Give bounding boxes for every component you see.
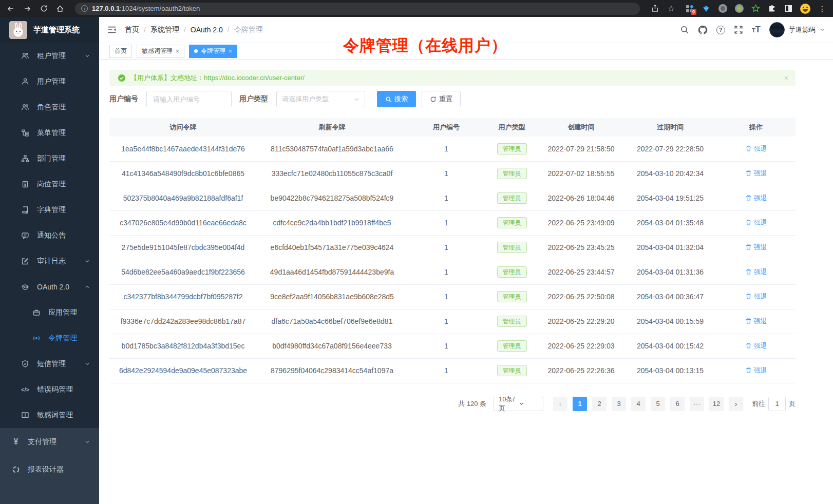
user-type-badge: 管理员 (497, 217, 527, 228)
sidebar-item-sms[interactable]: 短信管理 (0, 351, 99, 377)
sidebar-menu-secondary: ¥ 支付管理 报表设计器 (0, 428, 99, 504)
site-info-icon[interactable]: i (81, 5, 88, 12)
app-title: 芋道管理系统 (33, 25, 80, 35)
trash-icon (745, 195, 752, 201)
tab-split-icon[interactable] (784, 4, 793, 13)
user-type-badge: 管理员 (497, 365, 527, 376)
page-button[interactable]: 2 (592, 397, 607, 411)
gem-extension-icon[interactable] (702, 4, 711, 13)
user-id-input[interactable] (146, 91, 232, 107)
user-id-cell: 1 (407, 309, 485, 334)
action-cell: 强退 (716, 260, 796, 284)
page-size-select[interactable]: 10条/页 (494, 397, 543, 411)
prev-page-button[interactable]: ‹ (553, 397, 567, 411)
fullscreen-icon[interactable] (734, 25, 743, 34)
user-type-select[interactable]: 请选择用户类型 (276, 91, 365, 107)
page-button[interactable]: 1 (573, 397, 587, 411)
close-icon[interactable]: × (784, 74, 788, 82)
sidebar-item-user[interactable]: 用户管理 (0, 69, 99, 94)
search-icon[interactable] (680, 25, 689, 34)
force-logout-button[interactable]: 强退 (745, 366, 767, 375)
sidebar-item-oauth2[interactable]: OAuth 2.0 (0, 274, 99, 300)
force-logout-button[interactable]: 强退 (745, 193, 767, 203)
tab-sensitive-words[interactable]: 敏感词管理 × (137, 45, 184, 58)
table-row: c347026e805e4d99b0d116eae66eda8c cdfc4ce… (109, 210, 796, 235)
page-button[interactable]: ··· (690, 397, 704, 411)
chevron-down-icon (85, 361, 90, 366)
help-icon[interactable]: ? (716, 26, 725, 34)
search-button[interactable]: 搜索 (377, 91, 416, 107)
force-logout-button[interactable]: 强退 (745, 218, 767, 227)
sidebar-item-report-designer[interactable]: 报表设计器 (0, 456, 99, 483)
browser-menu-icon[interactable]: ⋮ (818, 4, 827, 13)
user-type-badge: 管理员 (497, 242, 527, 253)
close-icon[interactable]: × (229, 48, 232, 54)
share-icon[interactable] (650, 4, 659, 13)
breadcrumb-home[interactable]: 首页 (125, 25, 139, 34)
next-page-button[interactable]: › (729, 397, 743, 411)
close-icon[interactable]: × (176, 48, 179, 54)
sidebar-item-menu[interactable]: 菜单管理 (0, 120, 99, 146)
force-logout-button[interactable]: 强退 (745, 292, 767, 301)
sidebar-item-error-code[interactable]: </> 错误码管理 (0, 377, 99, 402)
reload-icon[interactable] (39, 4, 48, 13)
sidebar-item-dict[interactable]: 字典管理 (0, 197, 99, 223)
refresh-token-cell: 8796295f04064c2983414cc54af1097a (257, 358, 407, 383)
page-button[interactable]: 3 (612, 397, 626, 411)
access-token-cell: 1ea5e44f8bc1467aaede43144f31de76 (109, 137, 257, 161)
breadcrumb-system[interactable]: 系统管理 (150, 25, 179, 34)
page-button[interactable]: 6 (670, 397, 685, 411)
sidebar-item-token-management[interactable]: 令牌管理 (0, 325, 99, 351)
forward-icon[interactable] (23, 4, 32, 13)
breadcrumb-oauth2[interactable]: OAuth 2.0 (191, 26, 223, 34)
sidebar-item-notice[interactable]: 通知公告 (0, 223, 99, 248)
sidebar-item-dept[interactable]: 部门管理 (0, 146, 99, 171)
gray-circle-extension-icon[interactable] (718, 4, 727, 13)
app-logo-row[interactable]: 芋道管理系统 (0, 17, 99, 43)
back-icon[interactable] (6, 4, 15, 13)
page-button[interactable]: 5 (651, 397, 665, 411)
bookmark-star-icon[interactable]: ☆ (667, 4, 676, 13)
sidebar-item-oauth-apps[interactable]: 应用管理 (0, 300, 99, 325)
green-star-extension-icon[interactable] (751, 4, 760, 13)
page-button[interactable]: 4 (631, 397, 646, 411)
sidebar-item-tenant[interactable]: 租户管理 (0, 43, 99, 69)
access-token-cell: 54d6be82ee5a460a9aedc1f9bf223656 (109, 260, 257, 284)
force-logout-button[interactable]: 强退 (745, 317, 767, 326)
table-row: 6d842e2924594de9a09e45e087323abe 8796295… (109, 358, 796, 383)
url-path: :1024/system/oauth2/token (120, 5, 200, 12)
font-size-icon[interactable]: TT (752, 25, 761, 35)
success-check-icon (118, 74, 126, 82)
github-icon[interactable] (698, 25, 708, 35)
sidebar-item-post[interactable]: 岗位管理 (0, 171, 99, 197)
user-menu[interactable]: 芋道源码 (769, 22, 825, 37)
force-logout-button[interactable]: 强退 (745, 341, 767, 351)
goto-page-input[interactable] (768, 397, 786, 411)
badge-icon (21, 180, 30, 188)
user-type-badge: 管理员 (497, 143, 527, 154)
sidebar-item-sensitive-words[interactable]: 敏感词管理 (0, 402, 99, 428)
sidebar-item-audit-log[interactable]: 审计日志 (0, 248, 99, 274)
page-button[interactable]: 12 (709, 397, 724, 411)
extension-grid-icon[interactable]: 9 (685, 4, 694, 13)
force-logout-button[interactable]: 强退 (745, 243, 767, 252)
force-logout-button[interactable]: 强退 (745, 169, 767, 178)
table-row: c342377bf8b344799dcbf7bf095287f2 9ce8ef2… (109, 284, 796, 309)
force-logout-button[interactable]: 强退 (745, 267, 767, 277)
sidebar-item-role[interactable]: 角色管理 (0, 94, 99, 120)
doc-link[interactable]: https://doc.iocoder.cn/user-center/ (204, 74, 305, 82)
profile-emoji-avatar[interactable] (800, 4, 810, 14)
user-id-cell: 1 (407, 235, 485, 260)
access-token-cell: b0d1785bc3a8482f812db4a3f3bd15ec (109, 334, 257, 358)
record-extension-icon[interactable] (734, 4, 744, 13)
address-bar[interactable]: i 127.0.0.1:1024/system/oauth2/token (75, 3, 640, 15)
sidebar-item-payment[interactable]: ¥ 支付管理 (0, 428, 99, 456)
tab-home[interactable]: 首页 (109, 45, 132, 58)
home-icon[interactable] (55, 4, 65, 13)
tab-token-management[interactable]: 令牌管理 × (189, 45, 237, 58)
created-time-cell: 2022-07-29 21:58:50 (538, 137, 624, 161)
reset-button[interactable]: 重置 (422, 91, 461, 107)
sidebar-collapse-icon[interactable] (107, 25, 117, 34)
puzzle-extension-icon[interactable] (767, 4, 777, 13)
force-logout-button[interactable]: 强退 (745, 144, 767, 153)
